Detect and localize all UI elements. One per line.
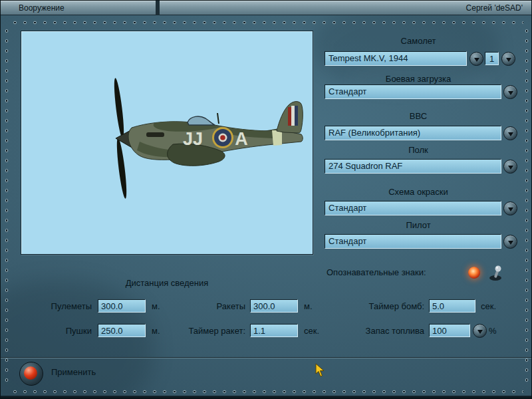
mg-input[interactable]: [98, 299, 146, 313]
rockets-input[interactable]: [250, 299, 298, 313]
topbar-tab-armament[interactable]: Вооружение: [1, 1, 156, 15]
rivet-strip-left: [4, 26, 9, 388]
armament-screen: Вооружение Сергей 'deSAD': [0, 0, 532, 399]
paint-scheme-select[interactable]: Стандарт: [325, 201, 501, 215]
paint-scheme-label: Схема окраски: [320, 187, 517, 197]
aircraft-count-dropdown-button[interactable]: [501, 52, 515, 66]
squadron-code-right: A: [235, 129, 248, 149]
dropdown-arrow-icon: [508, 132, 513, 136]
canopy: [188, 116, 215, 125]
pilot-label: Пилот: [320, 220, 517, 230]
convergence-title: Дистанция сведения: [94, 278, 240, 288]
apply-button-knob-icon: [24, 366, 37, 380]
aircraft-count-input[interactable]: [485, 52, 499, 65]
fuel-unit: %: [489, 326, 497, 336]
squadron-code-left: JJ: [183, 129, 203, 149]
pilot-dropdown-button[interactable]: [503, 235, 517, 249]
cannon-unit: м.: [152, 326, 160, 336]
rivet-strip-bottom: [10, 389, 523, 394]
rockets-unit: м.: [304, 301, 313, 311]
rivet-strip-right: [524, 26, 529, 388]
markings-switch-icon[interactable]: [487, 264, 504, 281]
loadout-dropdown-button[interactable]: [503, 85, 517, 99]
switch-lever-icon: [487, 264, 504, 281]
footer-separator: [1, 357, 532, 358]
airforce-select[interactable]: RAF (Великобритания): [325, 126, 501, 140]
aircraft-label: Самолет: [320, 36, 517, 46]
aircraft-select[interactable]: Tempest MK.V, 1944: [325, 51, 467, 66]
rocket-timer-label: Таймер ракет:: [164, 326, 245, 336]
mg-unit: м.: [152, 301, 160, 311]
dropdown-arrow-icon: [474, 58, 479, 62]
aircraft-dropdown-button[interactable]: [469, 52, 483, 66]
mouse-cursor-icon: [315, 363, 326, 378]
paint-scheme-dropdown-button[interactable]: [503, 201, 517, 215]
window-bottom-edge: [1, 396, 532, 399]
topbar-tab-label: Вооружение: [19, 3, 65, 13]
raf-roundel: [212, 127, 233, 148]
dropdown-arrow-icon: [508, 241, 513, 245]
pilot-select[interactable]: Стандарт: [325, 234, 501, 249]
aircraft-image: JJ A: [21, 31, 311, 253]
player-name: Сергей 'deSAD': [466, 3, 523, 13]
aircraft-preview-panel: JJ A: [21, 31, 313, 255]
rocket-timer-input[interactable]: [250, 324, 298, 337]
airforce-label: ВВС: [320, 111, 517, 121]
bomb-timer-input[interactable]: [429, 299, 475, 313]
dropdown-arrow-icon: [508, 207, 513, 211]
markings-lamp-icon[interactable]: [468, 267, 480, 279]
rockets-label: Ракеты: [164, 301, 245, 311]
apply-button-label[interactable]: Применить: [51, 367, 96, 377]
dropdown-arrow-icon: [508, 166, 513, 170]
mg-label: Пулеметы: [21, 301, 92, 311]
bomb-timer-unit: сек.: [481, 301, 496, 311]
cannon-input[interactable]: [98, 324, 146, 337]
loadout-select[interactable]: Стандарт: [325, 84, 501, 99]
apply-button[interactable]: [19, 362, 43, 386]
fuel-label: Запас топлива: [340, 326, 424, 336]
airforce-dropdown-button[interactable]: [503, 126, 517, 140]
regiment-dropdown-button[interactable]: [503, 160, 517, 174]
regiment-label: Полк: [320, 145, 517, 155]
rocket-timer-unit: сек.: [304, 326, 319, 336]
fuel-dropdown-button[interactable]: [473, 324, 487, 338]
markings-label: Опознавательные знаки:: [327, 267, 426, 277]
dropdown-arrow-icon: [506, 58, 511, 62]
bomb-timer-label: Таймер бомб:: [340, 301, 424, 311]
dropdown-arrow-icon: [477, 330, 483, 334]
dropdown-arrow-icon: [508, 91, 513, 95]
topbar-player: Сергей 'deSAD': [160, 1, 532, 15]
loadout-label: Боевая загрузка: [320, 74, 517, 84]
rivet-strip-top: [10, 20, 523, 25]
fuel-input[interactable]: [429, 324, 470, 337]
cannon-label: Пушки: [21, 326, 92, 336]
regiment-select[interactable]: 274 Squadron RAF: [325, 159, 501, 174]
